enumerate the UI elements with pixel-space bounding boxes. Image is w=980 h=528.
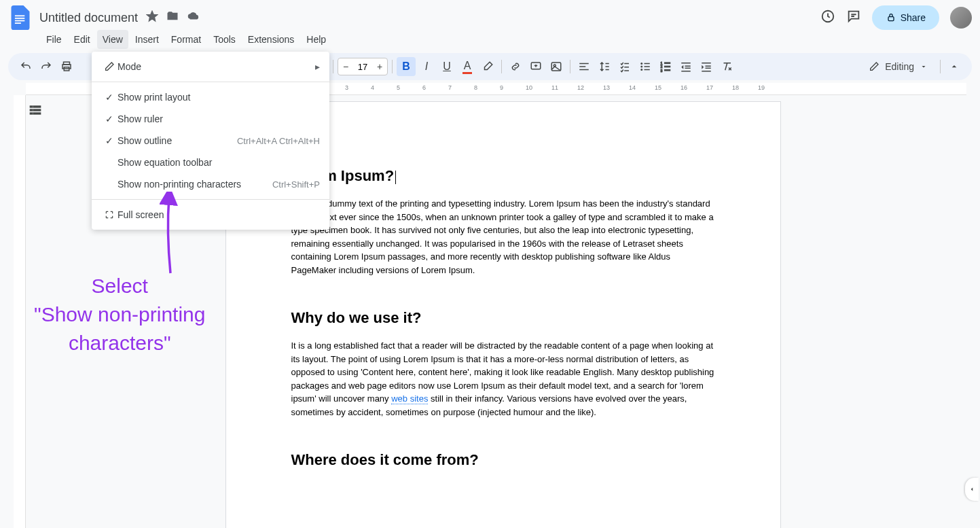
svg-rect-38 <box>34 109 41 111</box>
heading-1: Lorem Ipsum? <box>291 167 715 185</box>
italic-button[interactable]: I <box>417 57 436 76</box>
menu-show-non-printing-characters[interactable]: Show non-printing characters Ctrl+Shift+… <box>92 173 329 195</box>
paragraph-1: is simply dummy text of the printing and… <box>291 197 715 277</box>
underline-button[interactable]: U <box>437 57 456 76</box>
highlight-button[interactable] <box>478 57 497 76</box>
svg-rect-28 <box>685 66 691 67</box>
svg-point-16 <box>640 66 642 68</box>
font-size-input[interactable] <box>353 62 372 72</box>
comment-button[interactable] <box>526 57 545 76</box>
svg-rect-27 <box>681 63 691 64</box>
star-icon[interactable] <box>146 10 158 25</box>
svg-rect-20 <box>645 69 650 71</box>
menu-tools[interactable]: Tools <box>208 30 241 49</box>
font-size-increase[interactable]: + <box>372 61 387 72</box>
share-button[interactable]: Share <box>872 5 939 30</box>
svg-rect-12 <box>579 63 589 65</box>
numbered-list-button[interactable]: 123 <box>656 57 675 76</box>
heading-3: Where does it come from? <box>291 451 715 469</box>
svg-point-17 <box>640 69 642 71</box>
outline-toggle-icon[interactable] <box>29 103 42 120</box>
avatar[interactable] <box>950 7 972 29</box>
menu-file[interactable]: File <box>41 30 67 49</box>
menu-help[interactable]: Help <box>301 30 331 49</box>
svg-rect-39 <box>31 113 33 114</box>
paragraph-2: It is a long established fact that a rea… <box>291 339 715 419</box>
svg-rect-13 <box>579 66 585 67</box>
menu-show-ruler[interactable]: ✓ Show ruler <box>92 108 329 130</box>
menu-mode[interactable]: Mode ▸ <box>92 56 329 77</box>
menu-format[interactable]: Format <box>166 30 206 49</box>
svg-point-15 <box>640 63 642 65</box>
svg-rect-33 <box>706 68 711 69</box>
menu-full-screen[interactable]: Full screen <box>92 204 329 226</box>
menu-show-equation-toolbar[interactable]: Show equation toolbar <box>92 152 329 173</box>
menu-show-outline[interactable]: ✓ Show outline Ctrl+Alt+A Ctrl+Alt+H <box>92 130 329 152</box>
svg-rect-35 <box>31 106 33 107</box>
text-color-button[interactable]: A <box>458 57 477 76</box>
undo-button[interactable] <box>16 57 35 76</box>
view-dropdown-menu: Mode ▸ ✓ Show print layout ✓ Show ruler … <box>92 52 329 230</box>
bold-button[interactable]: B <box>397 57 416 76</box>
svg-rect-29 <box>685 68 691 69</box>
line-spacing-button[interactable] <box>595 57 614 76</box>
checklist-button[interactable] <box>615 57 634 76</box>
svg-rect-5 <box>888 17 894 21</box>
svg-rect-3 <box>15 22 21 24</box>
heading-2: Why do we use it? <box>291 309 715 327</box>
collapse-toolbar-button[interactable] <box>945 57 964 76</box>
document-title[interactable]: Untitled document <box>39 11 138 25</box>
font-size-decrease[interactable]: − <box>338 61 353 72</box>
menu-edit[interactable]: Edit <box>69 30 96 49</box>
svg-rect-40 <box>34 113 41 114</box>
svg-rect-19 <box>645 66 650 67</box>
bullet-list-button[interactable] <box>636 57 655 76</box>
indent-decrease-button[interactable] <box>676 57 695 76</box>
history-icon[interactable] <box>820 9 835 27</box>
print-button[interactable] <box>57 57 76 76</box>
svg-rect-31 <box>702 63 711 64</box>
side-panel-toggle[interactable] <box>965 478 979 501</box>
cloud-icon[interactable] <box>187 10 200 25</box>
link-button[interactable] <box>506 57 525 76</box>
align-button[interactable] <box>575 57 594 76</box>
svg-rect-2 <box>15 20 24 22</box>
font-size-control[interactable]: − + <box>338 58 388 75</box>
move-icon[interactable] <box>166 10 179 25</box>
svg-rect-34 <box>702 71 711 72</box>
svg-rect-0 <box>15 15 24 16</box>
svg-rect-25 <box>665 66 670 67</box>
svg-rect-18 <box>645 63 650 65</box>
menu-insert[interactable]: Insert <box>130 30 164 49</box>
svg-rect-30 <box>681 71 691 72</box>
menu-extensions[interactable]: Extensions <box>242 30 300 49</box>
svg-rect-26 <box>665 70 670 71</box>
svg-rect-36 <box>34 106 41 107</box>
editing-mode-button[interactable]: Editing <box>860 58 936 75</box>
svg-text:3: 3 <box>661 69 663 73</box>
redo-button[interactable] <box>37 57 56 76</box>
clear-format-button[interactable] <box>717 57 736 76</box>
svg-rect-37 <box>31 109 33 111</box>
comments-icon[interactable] <box>846 9 861 27</box>
text-cursor <box>395 171 396 184</box>
menu-view[interactable]: View <box>97 30 128 49</box>
svg-rect-24 <box>665 63 670 64</box>
docs-logo-icon[interactable] <box>8 5 33 30</box>
web-sites-link[interactable]: web sites <box>391 393 428 404</box>
svg-rect-14 <box>579 69 589 71</box>
svg-rect-32 <box>706 66 711 67</box>
image-button[interactable] <box>547 57 566 76</box>
svg-rect-1 <box>15 18 24 19</box>
menu-show-print-layout[interactable]: ✓ Show print layout <box>92 86 329 108</box>
indent-increase-button[interactable] <box>697 57 716 76</box>
menubar: File Edit View Insert Format Tools Exten… <box>0 30 980 53</box>
vertical-ruler[interactable] <box>14 95 26 528</box>
